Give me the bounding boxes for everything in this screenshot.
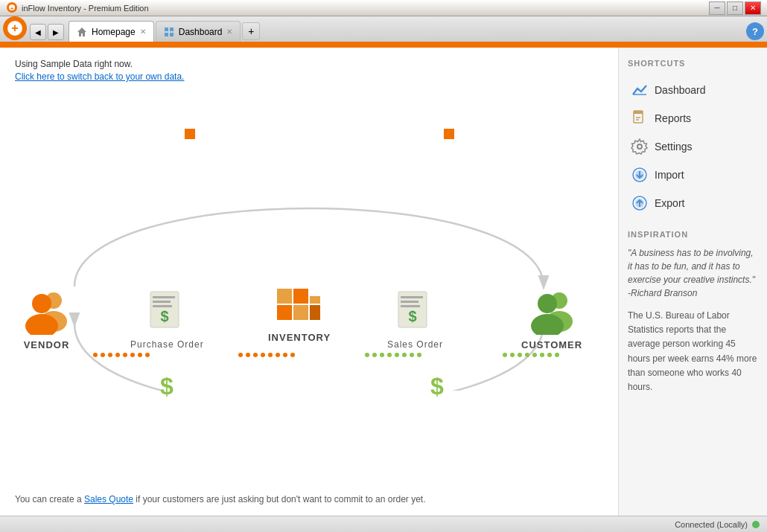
tab-homepage[interactable]: Homepage ✕ bbox=[69, 21, 154, 42]
dot-connector-2 bbox=[238, 353, 295, 357]
svg-rect-4 bbox=[165, 28, 168, 31]
svg-rect-28 bbox=[401, 305, 420, 307]
svg-rect-26 bbox=[401, 296, 423, 298]
sample-data-notice: Using Sample Data right now. bbox=[15, 59, 603, 69]
purchase-order-label: Purchase Order bbox=[130, 339, 204, 350]
svg-rect-9 bbox=[444, 129, 454, 139]
svg-rect-16 bbox=[153, 301, 171, 303]
customer-icon bbox=[526, 290, 578, 335]
main-layout: Using Sample Data right now. Click here … bbox=[0, 48, 767, 516]
vendor-icon bbox=[22, 290, 71, 335]
inspiration-title: INSPIRATION bbox=[628, 230, 758, 239]
shortcut-import-label: Import bbox=[655, 169, 684, 181]
tab-dashboard[interactable]: Dashboard ✕ bbox=[156, 21, 241, 42]
titlebar: + inFlow Inventory - Premium Edition ─ □… bbox=[0, 0, 767, 16]
dot-connector-1 bbox=[93, 353, 150, 357]
shortcuts-title: SHORTCUTS bbox=[628, 59, 758, 68]
sales-quote-link[interactable]: Sales Quote bbox=[84, 494, 133, 504]
shortcut-reports[interactable]: Reports bbox=[628, 105, 758, 132]
inventory-icon bbox=[277, 283, 322, 327]
svg-text:$: $ bbox=[408, 308, 416, 324]
tabbar: + ◀ ▶ Homepage ✕ Dashboard ✕ + ? bbox=[0, 16, 767, 43]
window-title: inFlow Inventory - Premium Edition bbox=[22, 4, 709, 13]
vendor-item[interactable]: VENDOR bbox=[22, 290, 71, 350]
import-icon bbox=[631, 166, 649, 184]
svg-rect-19 bbox=[277, 305, 292, 320]
workflow-arc bbox=[30, 123, 588, 391]
back-button[interactable]: ◀ bbox=[30, 24, 46, 40]
maximize-button[interactable]: □ bbox=[727, 1, 743, 15]
shortcut-export-label: Export bbox=[655, 197, 684, 209]
shortcut-import[interactable]: Import bbox=[628, 161, 758, 188]
inventory-label: INVENTORY bbox=[268, 332, 331, 343]
inspiration-quote: "A business has to be involving, it has … bbox=[628, 246, 758, 300]
shortcut-reports-label: Reports bbox=[655, 112, 691, 124]
inventory-item[interactable]: INVENTORY bbox=[268, 283, 331, 343]
home-icon bbox=[77, 27, 87, 37]
new-tab-button[interactable]: + bbox=[242, 22, 260, 40]
svg-rect-22 bbox=[277, 289, 292, 304]
dashboard-icon bbox=[631, 81, 649, 99]
svg-rect-6 bbox=[165, 33, 168, 36]
tab-homepage-label: Homepage bbox=[92, 27, 136, 37]
purchase-payment-symbol: $ bbox=[160, 373, 174, 400]
bottom-note: You can create a Sales Quote if your cus… bbox=[15, 494, 425, 504]
svg-rect-15 bbox=[153, 296, 175, 298]
bottom-note-prefix: You can create a bbox=[15, 494, 84, 504]
settings-icon bbox=[631, 138, 649, 156]
help-button[interactable]: ? bbox=[746, 22, 764, 40]
svg-rect-20 bbox=[293, 305, 308, 320]
customer-label: CUSTOMER bbox=[521, 339, 582, 350]
tab-dashboard-label: Dashboard bbox=[179, 27, 223, 37]
content-area: Using Sample Data right now. Click here … bbox=[0, 48, 618, 516]
purchase-order-item[interactable]: $ Purchase Order bbox=[130, 290, 204, 350]
bottom-note-suffix: if your customers are just asking but do… bbox=[133, 494, 425, 504]
tab-homepage-close[interactable]: ✕ bbox=[140, 28, 146, 36]
dot-connector-4 bbox=[503, 353, 559, 357]
svg-rect-7 bbox=[170, 33, 174, 36]
svg-text:$: $ bbox=[160, 308, 168, 324]
vendor-label: VENDOR bbox=[24, 339, 70, 350]
dashboard-tab-icon bbox=[164, 27, 174, 37]
export-icon bbox=[631, 194, 649, 212]
customer-item[interactable]: CUSTOMER bbox=[521, 290, 582, 350]
svg-rect-21 bbox=[310, 305, 320, 320]
connected-indicator bbox=[752, 521, 760, 528]
svg-rect-23 bbox=[293, 289, 308, 304]
reports-icon bbox=[631, 109, 649, 127]
inspiration-fact: The U.S. Bureau of Labor Statistics repo… bbox=[628, 309, 758, 394]
tab-dashboard-close[interactable]: ✕ bbox=[226, 28, 232, 36]
sales-payment-symbol: $ bbox=[430, 373, 444, 400]
svg-point-32 bbox=[538, 294, 557, 313]
statusbar: Connected (Locally) bbox=[0, 516, 767, 532]
shortcut-settings[interactable]: Settings bbox=[628, 133, 758, 160]
svg-rect-5 bbox=[170, 28, 174, 31]
shortcut-settings-label: Settings bbox=[655, 141, 693, 153]
svg-text:+: + bbox=[10, 5, 14, 12]
shortcut-dashboard-label: Dashboard bbox=[655, 84, 706, 96]
svg-rect-17 bbox=[153, 305, 172, 307]
workflow-diagram: VENDOR $ Purchase Order bbox=[15, 89, 603, 446]
svg-rect-36 bbox=[634, 111, 643, 114]
forward-button[interactable]: ▶ bbox=[48, 24, 64, 40]
window-controls: ─ □ ✕ bbox=[709, 1, 761, 15]
close-button[interactable]: ✕ bbox=[745, 1, 761, 15]
sidebar: SHORTCUTS Dashboard Reports bbox=[618, 48, 767, 516]
svg-marker-3 bbox=[77, 28, 86, 36]
minimize-button[interactable]: ─ bbox=[709, 1, 725, 15]
shortcut-export[interactable]: Export bbox=[628, 190, 758, 217]
svg-point-39 bbox=[637, 144, 642, 149]
shortcut-dashboard[interactable]: Dashboard bbox=[628, 77, 758, 103]
sales-order-icon: $ bbox=[395, 290, 436, 335]
switch-data-link[interactable]: Click here to switch back to your own da… bbox=[15, 71, 603, 82]
app-icon: + bbox=[6, 1, 18, 13]
statusbar-text: Connected (Locally) bbox=[675, 520, 748, 529]
sales-order-label: Sales Order bbox=[387, 339, 443, 350]
svg-rect-8 bbox=[185, 129, 195, 139]
purchase-order-icon: $ bbox=[147, 290, 188, 335]
svg-point-12 bbox=[32, 294, 51, 313]
dot-connector-3 bbox=[365, 353, 421, 357]
svg-rect-24 bbox=[310, 296, 320, 304]
app-logo: + bbox=[3, 16, 27, 40]
sales-order-item[interactable]: $ Sales Order bbox=[387, 290, 443, 350]
